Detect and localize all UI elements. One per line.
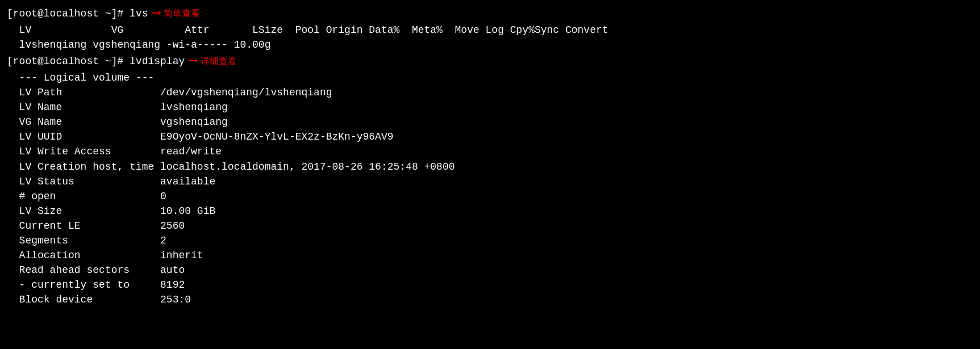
terminal-line: LV Creation host, time localhost.localdo…: [7, 159, 973, 174]
terminal-line: --- Logical volume ---: [7, 70, 973, 85]
terminal-line: Block device 253:0: [7, 292, 973, 307]
terminal-line: LV Size 10.00 GiB: [7, 204, 973, 218]
line-text: LV Name lvshenqiang: [7, 100, 228, 115]
line-text: # open 0: [7, 189, 166, 204]
line-text: - currently set to 8192: [7, 277, 185, 292]
line-text: LV Creation host, time localhost.localdo…: [7, 159, 455, 174]
line-text: --- Logical volume ---: [7, 70, 154, 85]
arrow-icon: ⟶: [152, 5, 160, 23]
terminal-output: [root@localhost ~]# lvs⟶简单查看 LV VG Attr …: [7, 5, 973, 307]
terminal-line: LV Path /dev/vgshenqiang/lvshenqiang: [7, 85, 973, 100]
terminal-line: Current LE 2560: [7, 218, 973, 233]
line-text: [root@localhost ~]# lvdisplay: [7, 54, 185, 69]
line-text: LV VG Attr LSize Pool Origin Data% Meta%…: [7, 23, 608, 37]
terminal-line: Allocation inherit: [7, 248, 973, 263]
line-text: Segments 2: [7, 233, 166, 248]
line-text: VG Name vgshenqiang: [7, 115, 228, 129]
line-text: Allocation inherit: [7, 248, 203, 263]
line-text: Current LE 2560: [7, 218, 185, 233]
annotation-container: ⟶详细查看: [189, 52, 236, 70]
terminal-line: [root@localhost ~]# lvs⟶简单查看: [7, 5, 973, 23]
terminal-line: LV Status available: [7, 174, 973, 189]
line-text: LV Path /dev/vgshenqiang/lvshenqiang: [7, 85, 332, 100]
terminal-line: # open 0: [7, 189, 973, 204]
line-text: Block device 253:0: [7, 292, 191, 307]
terminal-line: LV VG Attr LSize Pool Origin Data% Meta%…: [7, 23, 973, 37]
terminal-line: Read ahead sectors auto: [7, 263, 973, 277]
annotation-text: 简单查看: [164, 7, 200, 20]
annotation-container: ⟶简单查看: [152, 5, 199, 23]
terminal-line: VG Name vgshenqiang: [7, 115, 973, 129]
terminal-line: Segments 2: [7, 233, 973, 248]
line-text: lvshenqiang vgshenqiang -wi-a----- 10.00…: [7, 37, 270, 52]
terminal-line: - currently set to 8192: [7, 277, 973, 292]
line-text: LV UUID E9OyoV-OcNU-8nZX-YlvL-EX2z-BzKn-…: [7, 129, 394, 144]
annotation-text: 详细查看: [201, 54, 237, 68]
arrow-icon: ⟶: [189, 52, 197, 70]
line-text: LV Write Access read/write: [7, 144, 222, 159]
line-text: Read ahead sectors auto: [7, 263, 185, 277]
terminal-line: lvshenqiang vgshenqiang -wi-a----- 10.00…: [7, 37, 973, 52]
line-text: LV Status available: [7, 174, 215, 189]
terminal-line: LV Write Access read/write: [7, 144, 973, 159]
terminal-line: LV UUID E9OyoV-OcNU-8nZX-YlvL-EX2z-BzKn-…: [7, 129, 973, 144]
line-text: [root@localhost ~]# lvs: [7, 6, 148, 21]
terminal-line: [root@localhost ~]# lvdisplay⟶详细查看: [7, 52, 973, 70]
line-text: LV Size 10.00 GiB: [7, 204, 215, 218]
terminal-line: LV Name lvshenqiang: [7, 100, 973, 115]
